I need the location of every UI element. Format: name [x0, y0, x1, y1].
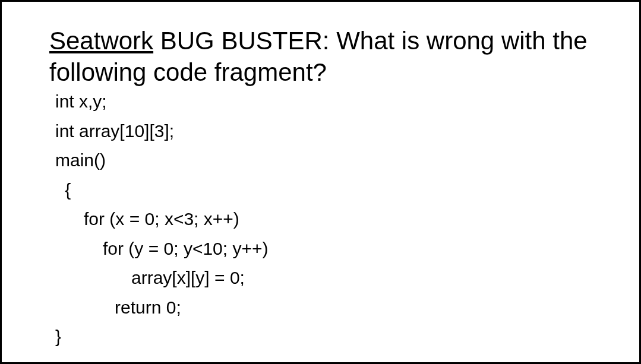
code-line: int x,y; — [55, 87, 592, 116]
code-block: int x,y; int array[10][3]; main() { for … — [55, 87, 592, 352]
code-line: for (y = 0; y<10; y++) — [55, 234, 592, 264]
code-line: } — [55, 322, 592, 352]
code-line: int array[10][3]; — [55, 116, 592, 146]
title-underlined: Seatwork — [49, 27, 153, 55]
code-line: for (x = 0; x<3; x++) — [55, 204, 592, 234]
code-line: main() — [55, 145, 592, 175]
code-line: { — [55, 175, 592, 205]
slide-title: Seatwork BUG BUSTER: What is wrong with … — [49, 26, 592, 88]
code-line: return 0; — [55, 293, 592, 322]
code-line: array[x][y] = 0; — [55, 263, 592, 293]
